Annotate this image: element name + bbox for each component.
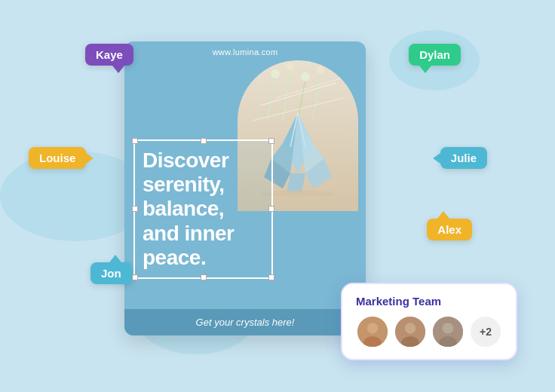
avatar-3-svg	[433, 315, 463, 348]
name-tag-alex[interactable]: Alex	[427, 219, 472, 240]
text-selection-box[interactable]: Discover serenity, balance, and inner pe…	[133, 139, 273, 279]
handle-br[interactable]	[268, 274, 274, 280]
avatar-2	[394, 315, 427, 348]
name-tag-jon[interactable]: Jon	[90, 262, 132, 284]
svg-point-21	[367, 323, 379, 334]
svg-point-4	[271, 69, 280, 78]
avatar-1-svg	[357, 315, 388, 348]
name-tag-louise[interactable]: Louise	[29, 147, 86, 169]
name-tag-kaye[interactable]: Kaye	[85, 44, 133, 66]
svg-point-28	[439, 336, 457, 348]
name-tag-julie[interactable]: Julie	[440, 147, 487, 169]
svg-point-25	[401, 336, 419, 348]
handle-tm[interactable]	[201, 138, 207, 144]
handle-ml[interactable]	[132, 206, 138, 212]
name-tag-dylan[interactable]: Dylan	[409, 44, 461, 66]
svg-line-8	[260, 83, 336, 106]
avatar-2-svg	[395, 315, 425, 348]
handle-bl[interactable]	[132, 274, 138, 280]
marketing-team-title: Marketing Team	[356, 295, 502, 308]
svg-point-22	[363, 336, 382, 348]
svg-point-24	[405, 323, 416, 334]
handle-tl[interactable]	[132, 138, 138, 144]
avatar-1	[356, 315, 389, 348]
svg-point-7	[317, 66, 324, 74]
card-footer-text: Get your crystals here!	[196, 317, 295, 328]
avatars-row: +2	[356, 315, 502, 348]
avatar-extra-count: +2	[469, 315, 502, 348]
handle-tr[interactable]	[268, 138, 274, 144]
card-footer: Get your crystals here!	[124, 309, 366, 335]
svg-point-5	[287, 63, 294, 70]
avatar-3	[431, 315, 465, 348]
marketing-team-panel: Marketing Team +2	[341, 283, 517, 360]
card-main-text: Discover serenity, balance, and inner pe…	[143, 149, 264, 270]
svg-marker-15	[287, 173, 305, 192]
svg-line-10	[275, 75, 351, 98]
card-url: www.lumina.com	[124, 41, 366, 60]
svg-point-27	[443, 323, 454, 334]
handle-bm[interactable]	[201, 274, 207, 280]
handle-mr[interactable]	[268, 206, 274, 212]
svg-point-6	[301, 72, 310, 81]
main-card: www.lumina.com	[124, 41, 366, 335]
